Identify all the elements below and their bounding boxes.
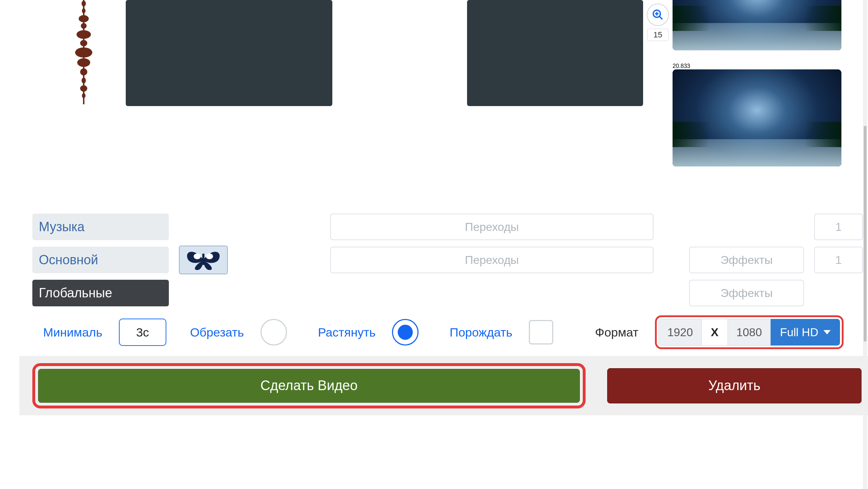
stretch-label: Растянуть (318, 325, 376, 339)
format-group: 1920 X 1080 Full HD (655, 315, 844, 349)
generate-label: Порождать (449, 325, 512, 339)
width-input[interactable]: 1920 (659, 319, 702, 346)
svg-point-17 (194, 253, 201, 259)
audio-waveform[interactable] (50, 0, 117, 108)
height-input[interactable]: 1080 (728, 319, 771, 346)
crop-radio[interactable] (260, 319, 287, 346)
resolution-preset-dropdown[interactable]: Full HD (771, 319, 840, 346)
preset-label: Full HD (780, 326, 818, 339)
transitions-button[interactable]: Переходы (330, 214, 654, 240)
effects-button[interactable]: Эффекты (689, 247, 804, 273)
stretch-radio[interactable] (392, 319, 419, 346)
chevron-down-icon (823, 330, 831, 334)
controls-row: Минималь Обрезать Растянуть Порождать Фо… (32, 316, 864, 349)
crop-label: Обрезать (190, 325, 244, 339)
layer-tab-music[interactable]: Музыка (32, 214, 169, 240)
timeline-area: 15 20.833 (32, 0, 864, 108)
make-video-button[interactable]: Сделать Видео (38, 369, 580, 403)
make-video-highlight: Сделать Видео (32, 363, 586, 408)
count-box[interactable]: 1 (814, 247, 863, 273)
zoom-controls: 15 (643, 0, 673, 108)
action-bar: Сделать Видео Удалить (19, 356, 868, 415)
format-label: Формат (595, 325, 638, 339)
minimal-input[interactable] (119, 319, 166, 346)
clip-thumbnail[interactable] (673, 0, 841, 50)
main-clip-thumb[interactable] (179, 246, 228, 274)
clip-thumbnail[interactable] (673, 69, 841, 166)
layers-panel: Музыка Переходы 1 Основной (32, 210, 864, 310)
zoom-step-value[interactable]: 15 (647, 29, 669, 41)
clip-thumbnails: 20.833 (673, 0, 859, 179)
minimal-label: Минималь (43, 325, 102, 339)
zoom-in-button[interactable] (647, 4, 669, 26)
waveform-icon (71, 0, 96, 104)
svg-point-18 (206, 253, 213, 259)
svg-rect-12 (83, 0, 84, 104)
effects-button[interactable]: Эффекты (689, 280, 804, 306)
layer-tab-main[interactable]: Основной (32, 247, 169, 273)
delete-button[interactable]: Удалить (607, 368, 862, 403)
count-box[interactable]: 1 (814, 214, 863, 240)
svg-line-14 (659, 16, 662, 19)
timeline-clip[interactable] (467, 0, 643, 106)
clip-time-label: 20.833 (673, 63, 690, 69)
timeline-clip[interactable] (126, 0, 332, 106)
svg-rect-19 (202, 253, 204, 265)
generate-checkbox[interactable] (529, 320, 553, 344)
zoom-in-icon (652, 9, 664, 21)
transitions-button[interactable]: Переходы (330, 247, 654, 273)
butterfly-icon (184, 248, 223, 271)
layer-tab-global[interactable]: Глобальные (32, 280, 169, 306)
dimension-separator: X (702, 319, 728, 346)
